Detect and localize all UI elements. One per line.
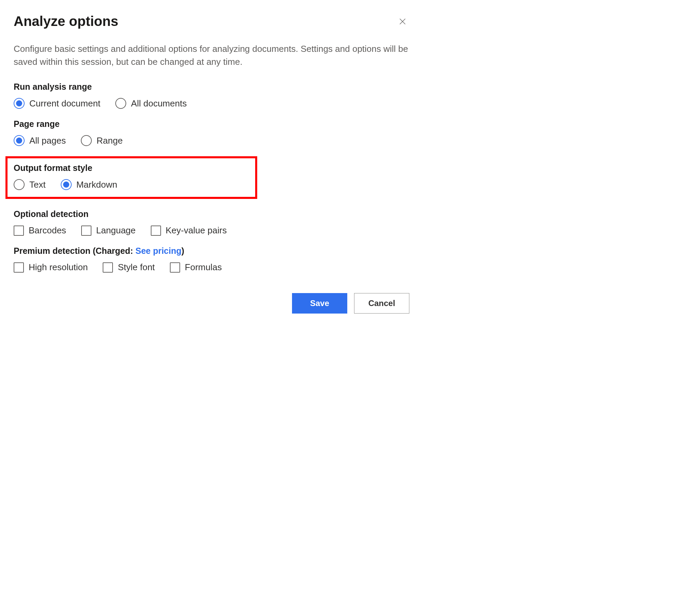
optional-detection-section: Optional detection Barcodes Language Key… [14, 209, 409, 236]
radio-label: Text [29, 179, 46, 190]
run-analysis-range-section: Run analysis range Current document All … [14, 82, 409, 109]
radio-label: All documents [131, 98, 187, 109]
radio-icon [14, 135, 25, 146]
radio-icon [14, 179, 25, 190]
radio-all-documents[interactable]: All documents [115, 98, 187, 109]
dialog-footer: Save Cancel [14, 293, 409, 314]
run-analysis-range-title: Run analysis range [14, 82, 409, 92]
page-range-section: Page range All pages Range [14, 119, 409, 146]
optional-detection-title: Optional detection [14, 209, 409, 219]
checkbox-label: Key-value pairs [166, 225, 227, 236]
checkbox-icon [103, 262, 113, 273]
page-range-options: All pages Range [14, 135, 409, 146]
output-format-title: Output format style [14, 163, 249, 173]
radio-current-document[interactable]: Current document [14, 98, 100, 109]
checkbox-key-value-pairs[interactable]: Key-value pairs [151, 225, 227, 236]
cancel-button[interactable]: Cancel [354, 293, 409, 314]
radio-markdown[interactable]: Markdown [61, 179, 117, 190]
dialog-description: Configure basic settings and additional … [14, 43, 409, 68]
checkbox-label: Formulas [185, 262, 222, 273]
checkbox-label: Language [96, 225, 136, 236]
radio-icon [14, 98, 25, 109]
radio-label: All pages [29, 135, 66, 146]
premium-detection-title: Premium detection (Charged: See pricing) [14, 246, 409, 256]
radio-text[interactable]: Text [14, 179, 46, 190]
checkbox-icon [81, 226, 91, 236]
analyze-options-dialog: Analyze options Configure basic settings… [14, 14, 409, 314]
optional-detection-options: Barcodes Language Key-value pairs [14, 225, 409, 236]
radio-all-pages[interactable]: All pages [14, 135, 66, 146]
premium-title-prefix: Premium detection (Charged: [14, 246, 135, 256]
run-analysis-range-options: Current document All documents [14, 98, 409, 109]
checkbox-high-resolution[interactable]: High resolution [14, 262, 88, 273]
premium-detection-section: Premium detection (Charged: See pricing)… [14, 246, 409, 273]
radio-icon [61, 179, 72, 190]
close-icon [398, 17, 407, 26]
checkbox-icon [14, 226, 24, 236]
radio-label: Markdown [76, 179, 117, 190]
premium-detection-options: High resolution Style font Formulas [14, 262, 409, 273]
checkbox-barcodes[interactable]: Barcodes [14, 225, 66, 236]
output-format-options: Text Markdown [14, 179, 249, 190]
radio-icon [115, 98, 126, 109]
checkbox-language[interactable]: Language [81, 225, 136, 236]
see-pricing-link[interactable]: See pricing [135, 246, 181, 256]
checkbox-icon [151, 226, 161, 236]
output-format-highlight: Output format style Text Markdown [5, 156, 257, 199]
checkbox-label: Style font [118, 262, 155, 273]
radio-icon [81, 135, 92, 146]
checkbox-label: High resolution [29, 262, 88, 273]
dialog-title: Analyze options [14, 14, 118, 29]
save-button[interactable]: Save [292, 293, 347, 314]
radio-label: Range [97, 135, 123, 146]
radio-range[interactable]: Range [81, 135, 123, 146]
checkbox-icon [14, 262, 24, 273]
dialog-header: Analyze options [14, 14, 409, 29]
checkbox-formulas[interactable]: Formulas [170, 262, 222, 273]
close-button[interactable] [396, 15, 409, 28]
checkbox-label: Barcodes [29, 225, 66, 236]
radio-label: Current document [29, 98, 100, 109]
checkbox-style-font[interactable]: Style font [103, 262, 155, 273]
page-range-title: Page range [14, 119, 409, 129]
checkbox-icon [170, 262, 180, 273]
premium-title-suffix: ) [181, 246, 184, 256]
